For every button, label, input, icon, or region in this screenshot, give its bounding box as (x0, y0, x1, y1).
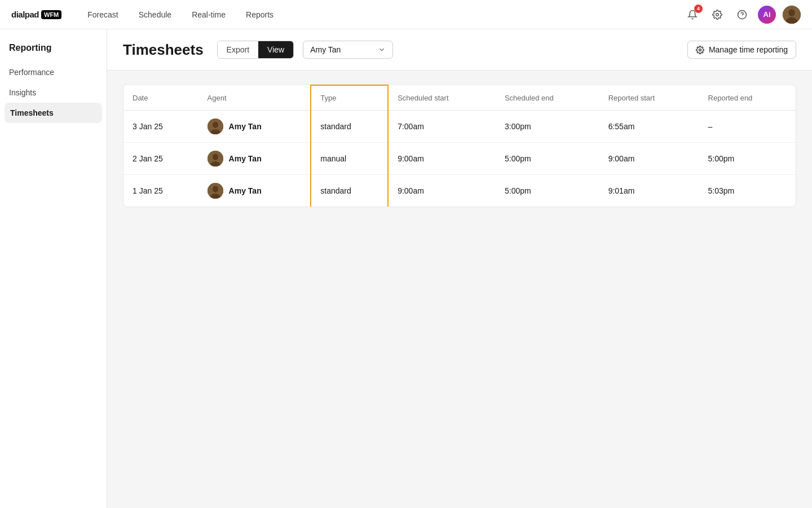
table-row[interactable]: 3 Jan 25 Amy Tan standard 7:00am 3:00pm … (123, 111, 796, 143)
user-avatar[interactable] (783, 6, 801, 24)
notifications-button[interactable]: 4 (683, 6, 701, 24)
cell-reported-start: 9:01am (599, 175, 699, 207)
cell-reported-end: 5:00pm (699, 143, 796, 175)
agent-avatar (208, 183, 223, 199)
cell-type: standard (311, 111, 388, 143)
sidebar-label-performance: Performance (9, 68, 54, 77)
cell-scheduled-end: 5:00pm (496, 175, 599, 207)
svg-point-6 (699, 49, 701, 51)
page-title: Timesheets (123, 41, 204, 59)
svg-point-11 (213, 154, 218, 160)
agent-name: Amy Tan (229, 186, 262, 195)
page-header: Timesheets Export View Amy Tan Manage ti… (107, 29, 812, 71)
cell-reported-start: 6:55am (599, 111, 699, 143)
cell-reported-end: – (699, 111, 796, 143)
help-button[interactable] (733, 6, 751, 24)
export-view-toggle: Export View (217, 41, 294, 59)
gear-icon (712, 10, 722, 20)
cell-agent: Amy Tan (198, 175, 311, 207)
cell-date: 1 Jan 25 (123, 175, 198, 207)
cell-agent: Amy Tan (198, 143, 311, 175)
cell-type: standard (311, 175, 388, 207)
timesheets-table-card: Date Agent Type Scheduled start Schedule… (123, 84, 796, 207)
sidebar-item-timesheets[interactable]: Timesheets (5, 103, 102, 123)
sidebar-label-timesheets: Timesheets (10, 108, 54, 117)
nav-realtime[interactable]: Real-time (184, 7, 233, 23)
notification-badge: 4 (694, 5, 703, 13)
settings-icon (696, 46, 704, 54)
manage-button-label: Manage time reporting (709, 45, 788, 54)
table-row[interactable]: 2 Jan 25 Amy Tan manual 9:00am 5:00pm 9:… (123, 143, 796, 175)
col-agent: Agent (198, 85, 311, 111)
logo-text: dialpad (11, 10, 39, 19)
col-reported-end: Reported end (699, 85, 796, 111)
logo[interactable]: dialpad WFM (11, 10, 61, 19)
agent-name: Amy Tan (229, 154, 262, 163)
svg-point-14 (213, 186, 218, 192)
ai-label: Ai (764, 10, 771, 19)
top-navigation: dialpad WFM Forecast Schedule Real-time … (0, 0, 812, 29)
nav-links: Forecast Schedule Real-time Reports (80, 7, 683, 23)
sidebar-item-insights[interactable]: Insights (0, 82, 107, 103)
logo-wfm-badge: WFM (41, 10, 61, 19)
export-button[interactable]: Export (218, 41, 258, 58)
table-area: Date Agent Type Scheduled start Schedule… (107, 71, 812, 221)
col-scheduled-start: Scheduled start (388, 85, 496, 111)
cell-scheduled-start: 9:00am (388, 143, 496, 175)
cell-reported-start: 9:00am (599, 143, 699, 175)
app-layout: Reporting Performance Insights Timesheet… (0, 29, 812, 508)
agent-filter-select[interactable]: Amy Tan (303, 41, 393, 59)
col-reported-start: Reported start (599, 85, 699, 111)
view-button[interactable]: View (258, 41, 293, 58)
cell-scheduled-start: 7:00am (388, 111, 496, 143)
cell-date: 3 Jan 25 (123, 111, 198, 143)
nav-schedule[interactable]: Schedule (131, 7, 179, 23)
main-content: Timesheets Export View Amy Tan Manage ti… (107, 29, 812, 508)
cell-agent: Amy Tan (198, 111, 311, 143)
manage-time-reporting-button[interactable]: Manage time reporting (687, 41, 796, 59)
cell-reported-end: 5:03pm (699, 175, 796, 207)
cell-scheduled-end: 5:00pm (496, 143, 599, 175)
sidebar-label-insights: Insights (9, 88, 36, 97)
agent-filter-value: Amy Tan (310, 45, 341, 54)
nav-reports[interactable]: Reports (238, 7, 281, 23)
col-date: Date (123, 85, 198, 111)
agent-name: Amy Tan (229, 122, 262, 131)
cell-scheduled-start: 9:00am (388, 175, 496, 207)
agent-avatar (208, 119, 223, 134)
nav-icons: 4 Ai (683, 6, 801, 24)
avatar-image (783, 6, 801, 24)
col-type: Type (311, 85, 388, 111)
sidebar: Reporting Performance Insights Timesheet… (0, 29, 107, 508)
table-row[interactable]: 1 Jan 25 Amy Tan standard 9:00am 5:00pm … (123, 175, 796, 207)
settings-button[interactable] (708, 6, 726, 24)
svg-point-8 (213, 122, 218, 128)
sidebar-section-title: Reporting (0, 41, 107, 62)
sidebar-item-performance[interactable]: Performance (0, 62, 107, 82)
table-header-row: Date Agent Type Scheduled start Schedule… (123, 85, 796, 111)
ai-button[interactable]: Ai (758, 6, 776, 24)
chevron-down-icon (378, 46, 386, 54)
help-icon (737, 10, 747, 20)
cell-type: manual (311, 143, 388, 175)
timesheets-table: Date Agent Type Scheduled start Schedule… (123, 85, 796, 207)
col-scheduled-end: Scheduled end (496, 85, 599, 111)
svg-point-4 (788, 9, 795, 16)
cell-scheduled-end: 3:00pm (496, 111, 599, 143)
nav-forecast[interactable]: Forecast (80, 7, 126, 23)
agent-avatar (208, 151, 223, 167)
svg-point-0 (716, 13, 719, 16)
cell-date: 2 Jan 25 (123, 143, 198, 175)
